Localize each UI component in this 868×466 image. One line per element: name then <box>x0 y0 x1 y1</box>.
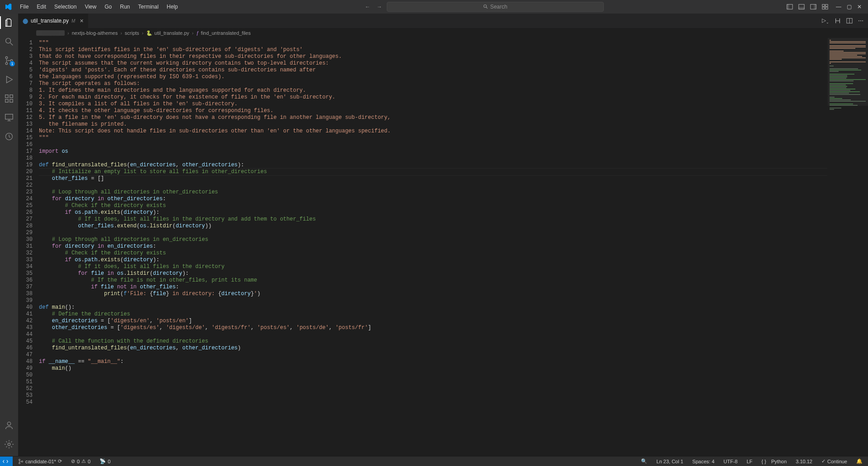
code-line: print(f'File: {file} in directory: {dire… <box>39 291 827 297</box>
code-line: This script identifies files in the 'en'… <box>39 47 827 53</box>
menu-edit[interactable]: Edit <box>33 2 50 12</box>
close-button[interactable]: ✕ <box>857 4 862 10</box>
breadcrumb-redacted[interactable]: ░░░░░ <box>36 30 65 36</box>
code-line: # If it does, list all files in the dire… <box>39 216 827 223</box>
status-bar: candidate-01* ⟳ ⊘0 ⚠0 📡0 🔍 Ln 23, Col 1 … <box>0 456 868 466</box>
code-line: The script assumes that the current work… <box>39 60 827 67</box>
code-line: the languages supported (represented by … <box>39 74 827 80</box>
code-line: # If the file is not in other_files, pri… <box>39 277 827 284</box>
ports-status[interactable]: 📡0 <box>98 458 112 464</box>
code-line: The script operates as follows: <box>39 80 827 87</box>
continue-status[interactable]: ✓ Continue <box>820 458 849 464</box>
minimap-viewport[interactable] <box>828 38 868 106</box>
git-branch-status[interactable]: candidate-01* ⟳ <box>16 458 64 464</box>
search-placeholder: Search <box>490 4 508 10</box>
accounts-icon[interactable] <box>4 420 14 431</box>
svg-point-28 <box>19 462 20 464</box>
python-interpreter-status[interactable]: 3.10.12 <box>794 459 814 464</box>
menu-terminal[interactable]: Terminal <box>134 2 162 12</box>
svg-point-14 <box>5 56 8 59</box>
encoding-status[interactable]: UTF-8 <box>722 459 740 464</box>
code-line <box>39 372 827 379</box>
minimap[interactable] <box>827 38 868 456</box>
source-control-icon[interactable]: 1 <box>4 55 14 66</box>
code-line: def main(): <box>39 304 827 311</box>
svg-line-13 <box>10 43 13 46</box>
code-line: # Call the function with the defined dir… <box>39 338 827 345</box>
code-line: for directory in other_directories: <box>39 196 827 202</box>
code-line: find_untranslated_files(en_directories, … <box>39 345 827 352</box>
customize-layout-icon[interactable] <box>821 3 829 10</box>
code-line <box>39 379 827 386</box>
breadcrumb-2[interactable]: scripts <box>125 30 139 36</box>
minimize-button[interactable]: — <box>836 4 841 10</box>
code-line: if __name__ == "__main__": <box>39 358 827 365</box>
svg-point-12 <box>6 38 11 43</box>
main-menu: FileEditSelectionViewGoRunTerminalHelp <box>16 2 181 12</box>
indentation-status[interactable]: Spaces: 4 <box>691 459 716 464</box>
svg-point-29 <box>22 461 23 462</box>
code-line: en_directories = ['digests/en', 'posts/e… <box>39 318 827 325</box>
sync-icon[interactable]: ⟳ <box>58 458 62 464</box>
tab-util-translate[interactable]: ⬤ util_translate.py M × <box>18 14 89 28</box>
menu-selection[interactable]: Selection <box>51 2 80 12</box>
menu-view[interactable]: View <box>81 2 100 12</box>
tab-label: util_translate.py <box>31 18 69 24</box>
explorer-icon[interactable] <box>4 17 14 28</box>
nav-back-icon[interactable]: ← <box>364 3 371 10</box>
remote-explorer-icon[interactable] <box>4 112 14 123</box>
code-line: for file in os.listdir(directory): <box>39 270 827 277</box>
layout-sidebar-left-icon[interactable] <box>786 3 793 10</box>
command-search-input[interactable]: Search <box>387 2 604 12</box>
activity-bar: 1 <box>0 14 18 456</box>
svg-point-0 <box>484 5 486 8</box>
extensions-icon[interactable] <box>4 93 14 104</box>
menu-file[interactable]: File <box>16 2 32 12</box>
python-file-icon: ⬤ <box>23 18 28 24</box>
breadcrumb-1[interactable]: nextjs-blog-aithemes <box>72 30 118 36</box>
layout-panel-icon[interactable] <box>798 3 805 10</box>
code-line: main() <box>39 365 827 372</box>
eol-status[interactable]: LF <box>745 459 754 464</box>
code-line: # Check if the directory exists <box>39 202 827 209</box>
breadcrumbs[interactable]: ░░░░░ › nextjs-blog-aithemes › scripts ›… <box>18 28 868 38</box>
menu-run[interactable]: Run <box>116 2 133 12</box>
run-debug-icon[interactable] <box>4 74 14 85</box>
code-line: # Check if the directory exists <box>39 250 827 257</box>
maximize-button[interactable]: ▢ <box>847 4 852 10</box>
svg-rect-9 <box>825 5 828 6</box>
code-line <box>39 352 827 358</box>
code-line <box>39 297 827 304</box>
remote-indicator[interactable] <box>0 457 13 466</box>
breadcrumb-4[interactable]: ƒfind_untranslated_files <box>196 30 251 36</box>
editor-tabs: ⬤ util_translate.py M × ▷⌄ ⋯ <box>18 14 868 28</box>
radio-icon: 📡 <box>100 458 106 464</box>
settings-gear-icon[interactable] <box>4 439 14 450</box>
menu-help[interactable]: Help <box>163 2 182 12</box>
search-icon[interactable] <box>4 36 14 47</box>
nav-fwd-icon[interactable]: → <box>376 3 383 10</box>
continue-icon[interactable] <box>4 131 14 142</box>
code-editor[interactable]: """This script identifies files in the '… <box>39 38 827 456</box>
code-line: 3. It compiles a list of all files in th… <box>39 101 827 108</box>
zoom-status[interactable]: 🔍 <box>639 458 649 464</box>
code-line: other_files.extend(os.listdir(directory)… <box>39 223 827 230</box>
code-line: 1. It defines the main directories and t… <box>39 87 827 94</box>
language-mode-status[interactable]: { } Python <box>760 459 789 464</box>
run-chevron-icon[interactable]: ▷⌄ <box>822 17 829 24</box>
code-line: 2. For each main directory, it checks fo… <box>39 94 827 101</box>
svg-rect-7 <box>814 5 816 9</box>
code-line: def find_untranslated_files(en_directori… <box>39 162 827 169</box>
svg-point-27 <box>19 459 20 460</box>
cursor-position-status[interactable]: Ln 23, Col 1 <box>655 459 685 464</box>
more-actions-icon[interactable]: ⋯ <box>858 18 863 24</box>
menu-go[interactable]: Go <box>101 2 115 12</box>
svg-rect-19 <box>10 99 13 102</box>
breadcrumb-3[interactable]: 🐍util_translate.py <box>146 30 189 36</box>
problems-status[interactable]: ⊘0 ⚠0 <box>69 458 92 464</box>
layout-sidebar-right-icon[interactable] <box>810 3 817 10</box>
tab-close-icon[interactable]: × <box>80 17 83 24</box>
split-editor-icon[interactable] <box>846 18 853 24</box>
compare-changes-icon[interactable] <box>835 18 841 24</box>
notifications-icon[interactable]: 🔔 <box>854 458 864 464</box>
